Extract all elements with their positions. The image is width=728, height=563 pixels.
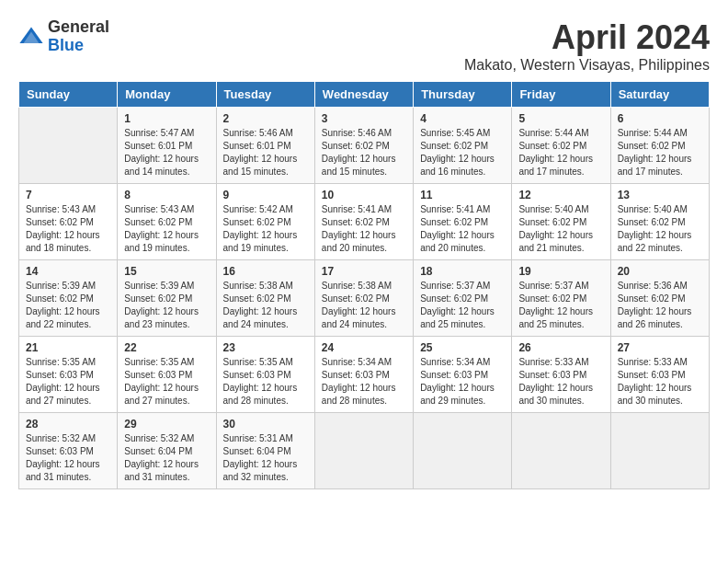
day-info: Sunrise: 5:40 AMSunset: 6:02 PMDaylight:…	[518, 203, 603, 255]
day-number: 16	[223, 265, 308, 278]
day-info: Sunrise: 5:40 AMSunset: 6:02 PMDaylight:…	[618, 203, 702, 255]
calendar-cell	[610, 413, 709, 489]
calendar-cell: 12Sunrise: 5:40 AMSunset: 6:02 PMDayligh…	[512, 184, 610, 260]
day-info: Sunrise: 5:42 AMSunset: 6:02 PMDaylight:…	[223, 203, 308, 255]
calendar-cell: 1Sunrise: 5:47 AMSunset: 6:01 PMDaylight…	[118, 108, 216, 184]
day-info: Sunrise: 5:45 AMSunset: 6:02 PMDaylight:…	[420, 127, 505, 178]
calendar-cell: 11Sunrise: 5:41 AMSunset: 6:02 PMDayligh…	[414, 184, 512, 260]
day-number: 22	[124, 341, 209, 354]
day-number: 23	[223, 341, 308, 354]
day-info: Sunrise: 5:35 AMSunset: 6:03 PMDaylight:…	[124, 356, 209, 408]
calendar-cell: 6Sunrise: 5:44 AMSunset: 6:02 PMDaylight…	[610, 108, 709, 184]
calendar-cell	[512, 413, 610, 489]
calendar-cell: 26Sunrise: 5:33 AMSunset: 6:03 PMDayligh…	[512, 337, 610, 413]
header-day-friday: Friday	[512, 82, 610, 108]
calendar-cell: 25Sunrise: 5:34 AMSunset: 6:03 PMDayligh…	[414, 337, 512, 413]
day-number: 8	[124, 189, 209, 201]
header-day-sunday: Sunday	[19, 82, 118, 108]
calendar-table: SundayMondayTuesdayWednesdayThursdayFrid…	[18, 81, 710, 489]
calendar-cell: 29Sunrise: 5:32 AMSunset: 6:04 PMDayligh…	[118, 413, 216, 489]
day-number: 24	[322, 341, 406, 354]
calendar-cell: 13Sunrise: 5:40 AMSunset: 6:02 PMDayligh…	[610, 184, 709, 260]
calendar-cell: 22Sunrise: 5:35 AMSunset: 6:03 PMDayligh…	[118, 337, 216, 413]
calendar-cell	[19, 108, 118, 184]
calendar-cell: 10Sunrise: 5:41 AMSunset: 6:02 PMDayligh…	[314, 184, 413, 260]
day-number: 30	[223, 418, 308, 431]
calendar-cell: 16Sunrise: 5:38 AMSunset: 6:02 PMDayligh…	[216, 260, 314, 337]
day-info: Sunrise: 5:36 AMSunset: 6:02 PMDaylight:…	[618, 280, 702, 331]
calendar-cell: 28Sunrise: 5:32 AMSunset: 6:03 PMDayligh…	[19, 413, 118, 489]
day-number: 13	[618, 189, 702, 201]
page-header: General Blue April 2024 Makato, Western …	[18, 18, 710, 74]
day-number: 9	[223, 189, 308, 201]
header-day-wednesday: Wednesday	[314, 82, 413, 108]
day-number: 29	[124, 418, 209, 431]
day-number: 15	[124, 265, 209, 278]
calendar-body: 1Sunrise: 5:47 AMSunset: 6:01 PMDaylight…	[19, 108, 710, 489]
title-block: April 2024 Makato, Western Visayas, Phil…	[464, 18, 710, 74]
week-row: 7Sunrise: 5:43 AMSunset: 6:02 PMDaylight…	[19, 184, 710, 260]
day-info: Sunrise: 5:34 AMSunset: 6:03 PMDaylight:…	[322, 356, 406, 408]
header-day-tuesday: Tuesday	[216, 82, 314, 108]
day-info: Sunrise: 5:39 AMSunset: 6:02 PMDaylight:…	[26, 280, 110, 331]
day-number: 21	[26, 341, 110, 354]
week-row: 21Sunrise: 5:35 AMSunset: 6:03 PMDayligh…	[19, 337, 710, 413]
day-number: 4	[420, 112, 505, 125]
day-number: 17	[322, 265, 406, 278]
day-info: Sunrise: 5:41 AMSunset: 6:02 PMDaylight:…	[322, 203, 406, 255]
calendar-cell: 8Sunrise: 5:43 AMSunset: 6:02 PMDaylight…	[118, 184, 216, 260]
day-info: Sunrise: 5:41 AMSunset: 6:02 PMDaylight:…	[420, 203, 505, 255]
day-info: Sunrise: 5:38 AMSunset: 6:02 PMDaylight:…	[322, 280, 406, 331]
day-number: 12	[518, 189, 603, 201]
calendar-cell: 21Sunrise: 5:35 AMSunset: 6:03 PMDayligh…	[19, 337, 118, 413]
header-row: SundayMondayTuesdayWednesdayThursdayFrid…	[19, 82, 710, 108]
calendar-cell: 24Sunrise: 5:34 AMSunset: 6:03 PMDayligh…	[314, 337, 413, 413]
day-info: Sunrise: 5:31 AMSunset: 6:04 PMDaylight:…	[223, 432, 308, 484]
calendar-cell: 14Sunrise: 5:39 AMSunset: 6:02 PMDayligh…	[19, 260, 118, 337]
calendar-cell: 2Sunrise: 5:46 AMSunset: 6:01 PMDaylight…	[216, 108, 314, 184]
calendar-cell: 4Sunrise: 5:45 AMSunset: 6:02 PMDaylight…	[414, 108, 512, 184]
day-info: Sunrise: 5:37 AMSunset: 6:02 PMDaylight:…	[420, 280, 505, 331]
week-row: 14Sunrise: 5:39 AMSunset: 6:02 PMDayligh…	[19, 260, 710, 337]
day-info: Sunrise: 5:32 AMSunset: 6:04 PMDaylight:…	[124, 432, 209, 484]
day-info: Sunrise: 5:46 AMSunset: 6:01 PMDaylight:…	[223, 127, 308, 178]
day-info: Sunrise: 5:47 AMSunset: 6:01 PMDaylight:…	[124, 127, 209, 178]
day-number: 19	[518, 265, 603, 278]
day-number: 20	[618, 265, 702, 278]
day-info: Sunrise: 5:44 AMSunset: 6:02 PMDaylight:…	[518, 127, 603, 178]
day-number: 10	[322, 189, 406, 201]
header-day-monday: Monday	[118, 82, 216, 108]
day-number: 7	[26, 189, 110, 201]
day-number: 3	[322, 112, 406, 125]
calendar-header: SundayMondayTuesdayWednesdayThursdayFrid…	[19, 82, 710, 108]
day-info: Sunrise: 5:39 AMSunset: 6:02 PMDaylight:…	[124, 280, 209, 331]
week-row: 1Sunrise: 5:47 AMSunset: 6:01 PMDaylight…	[19, 108, 710, 184]
calendar-cell: 19Sunrise: 5:37 AMSunset: 6:02 PMDayligh…	[512, 260, 610, 337]
logo-icon	[18, 24, 44, 50]
day-info: Sunrise: 5:35 AMSunset: 6:03 PMDaylight:…	[26, 356, 110, 408]
calendar-cell	[414, 413, 512, 489]
day-info: Sunrise: 5:43 AMSunset: 6:02 PMDaylight:…	[26, 203, 110, 255]
calendar-cell: 3Sunrise: 5:46 AMSunset: 6:02 PMDaylight…	[314, 108, 413, 184]
header-day-thursday: Thursday	[414, 82, 512, 108]
day-number: 27	[618, 341, 702, 354]
calendar-cell: 9Sunrise: 5:42 AMSunset: 6:02 PMDaylight…	[216, 184, 314, 260]
calendar-cell	[314, 413, 413, 489]
day-info: Sunrise: 5:37 AMSunset: 6:02 PMDaylight:…	[518, 280, 603, 331]
calendar-cell: 5Sunrise: 5:44 AMSunset: 6:02 PMDaylight…	[512, 108, 610, 184]
header-day-saturday: Saturday	[610, 82, 709, 108]
day-info: Sunrise: 5:33 AMSunset: 6:03 PMDaylight:…	[518, 356, 603, 408]
day-info: Sunrise: 5:35 AMSunset: 6:03 PMDaylight:…	[223, 356, 308, 408]
location: Makato, Western Visayas, Philippines	[464, 57, 710, 74]
day-number: 2	[223, 112, 308, 125]
day-info: Sunrise: 5:43 AMSunset: 6:02 PMDaylight:…	[124, 203, 209, 255]
day-info: Sunrise: 5:32 AMSunset: 6:03 PMDaylight:…	[26, 432, 110, 484]
day-info: Sunrise: 5:38 AMSunset: 6:02 PMDaylight:…	[223, 280, 308, 331]
calendar-cell: 15Sunrise: 5:39 AMSunset: 6:02 PMDayligh…	[118, 260, 216, 337]
calendar-cell: 20Sunrise: 5:36 AMSunset: 6:02 PMDayligh…	[610, 260, 709, 337]
calendar-cell: 30Sunrise: 5:31 AMSunset: 6:04 PMDayligh…	[216, 413, 314, 489]
day-number: 14	[26, 265, 110, 278]
day-info: Sunrise: 5:34 AMSunset: 6:03 PMDaylight:…	[420, 356, 505, 408]
month-title: April 2024	[464, 18, 710, 57]
calendar-cell: 18Sunrise: 5:37 AMSunset: 6:02 PMDayligh…	[414, 260, 512, 337]
